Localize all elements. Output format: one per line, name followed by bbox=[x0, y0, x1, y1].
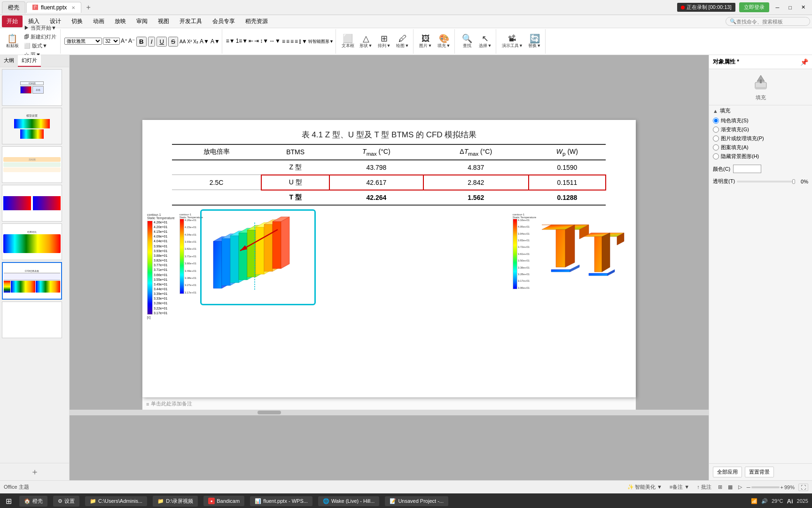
slide-thumb-6[interactable]: CFD结果表格 bbox=[2, 262, 62, 300]
fill-pattern-option[interactable]: 图案填充(A) bbox=[713, 144, 808, 151]
bullets-icon[interactable]: ≡▼ bbox=[226, 38, 235, 44]
indent-less-icon[interactable]: ⇤ bbox=[249, 38, 253, 44]
superscript-icon[interactable]: X² bbox=[187, 39, 192, 44]
outline-tab[interactable]: 大纲 bbox=[0, 55, 18, 67]
taskbar-item-wake[interactable]: 🌐 Wake (Live) - Hill... bbox=[318, 496, 380, 506]
font-grow-icon[interactable]: A⁺ bbox=[121, 38, 127, 44]
layout-button[interactable]: ⬜ 版式▼ bbox=[22, 42, 58, 50]
textbox-button[interactable]: ⬜ 文本框 bbox=[340, 33, 356, 50]
color-picker[interactable] bbox=[733, 165, 761, 173]
comment-button[interactable]: ≡备注 ▼ bbox=[668, 483, 691, 492]
draw-button[interactable]: 🖊 绘图▼ bbox=[394, 33, 411, 50]
fill-gradient-option[interactable]: 渐变填充(G) bbox=[713, 126, 808, 133]
slide-thumb-3[interactable]: 流程图 bbox=[2, 146, 62, 183]
new-slide-button[interactable]: 🗐 新建幻灯片 bbox=[22, 33, 58, 41]
font-name-select[interactable]: 微软雅黑 bbox=[64, 38, 102, 45]
tab-fluent[interactable]: 🅿 fluent.pptx ✕ bbox=[26, 2, 81, 13]
add-slide-button[interactable]: ＋ bbox=[0, 463, 69, 480]
apply-all-button[interactable]: 全部应用 bbox=[713, 467, 742, 477]
notes-bar[interactable]: ≡ 单击此处添加备注 bbox=[142, 397, 636, 410]
zoom-slider[interactable] bbox=[751, 486, 780, 488]
fill-hidden-option[interactable]: 隐藏背景图形(H) bbox=[713, 153, 808, 160]
tab-orangeshell[interactable]: 橙壳 bbox=[2, 1, 25, 14]
fill-image-radio[interactable] bbox=[713, 135, 719, 142]
slide-canvas[interactable]: 表 4.1 Z 型、U 型及 T 型 BTMS 的 CFD 模拟结果 放电倍率 … bbox=[142, 120, 636, 397]
opacity-slider[interactable] bbox=[737, 181, 795, 183]
ribbon-tab-transition[interactable]: 切换 bbox=[67, 16, 87, 27]
taskbar-item-explorer2[interactable]: 📁 D:\录屏视频 bbox=[153, 496, 198, 507]
text-color-icon[interactable]: A▼ bbox=[211, 38, 220, 45]
taskbar-item-explorer1[interactable]: 📁 C:\Users\Adminis... bbox=[85, 496, 147, 506]
smart-shape-icon[interactable]: 转智能图形▼ bbox=[308, 39, 334, 45]
numbering-icon[interactable]: 1≡▼ bbox=[236, 38, 248, 44]
search-input[interactable] bbox=[736, 19, 802, 24]
underline-button[interactable]: U bbox=[156, 37, 167, 47]
zoom-in-button[interactable]: + bbox=[781, 484, 783, 490]
fill-hidden-radio[interactable] bbox=[713, 153, 719, 159]
u-cfd-container[interactable]: contour-1Static Temperature 4.26e+01 4.1… bbox=[180, 213, 312, 302]
ribbon-tab-daoketang[interactable]: 稻壳资源 bbox=[241, 16, 273, 27]
fit-button[interactable]: ⛶ bbox=[798, 484, 808, 491]
view-normal-icon[interactable]: ⊞ bbox=[717, 483, 723, 491]
ribbon-tab-start[interactable]: 开始 bbox=[2, 16, 23, 27]
tab-close-icon[interactable]: ✕ bbox=[71, 5, 75, 10]
subscript-icon[interactable]: X₂ bbox=[193, 39, 198, 44]
view-slideshow-icon[interactable]: ▷ bbox=[737, 483, 743, 491]
window-max-icon[interactable]: □ bbox=[786, 4, 795, 11]
align-left-icon[interactable]: ≡ bbox=[282, 38, 285, 45]
smart-button[interactable]: ✨ 智能美化 ▼ bbox=[625, 483, 664, 492]
scrollbar-thumb[interactable] bbox=[258, 411, 281, 414]
slide-thumb-7[interactable] bbox=[2, 302, 62, 338]
fill-pattern-radio[interactable] bbox=[713, 144, 719, 151]
bold-button[interactable]: B bbox=[136, 37, 147, 47]
slide-thumb-4[interactable] bbox=[2, 185, 62, 222]
paste-button[interactable]: 📋 粘贴板 bbox=[4, 33, 21, 50]
annotation-button[interactable]: ↑ 批注 bbox=[695, 483, 713, 492]
align-right-icon[interactable]: ≡ bbox=[290, 38, 294, 45]
font-size-select[interactable]: 32 bbox=[103, 38, 120, 45]
fill-button[interactable]: 🎨 填充▼ bbox=[436, 33, 453, 50]
text-effect-icon[interactable]: А▼ bbox=[200, 38, 209, 45]
opacity-slider-thumb[interactable] bbox=[792, 179, 795, 184]
strikethrough-button[interactable]: S bbox=[168, 37, 178, 47]
align-center-icon[interactable]: ≡ bbox=[286, 38, 289, 45]
window-close-icon[interactable]: ✕ bbox=[798, 3, 808, 11]
zoom-out-button[interactable]: ─ bbox=[747, 484, 750, 490]
taskbar-item-settings[interactable]: ⚙ 设置 bbox=[53, 496, 79, 507]
slide-play-button[interactable]: ▶ 当页开始▼ bbox=[22, 24, 58, 32]
slide-thumb-5[interactable]: 结果对比 bbox=[2, 223, 62, 260]
slides-tab[interactable]: 幻灯片 bbox=[18, 55, 41, 67]
reset-background-button[interactable]: 置置背景 bbox=[745, 467, 774, 477]
fill-image-option[interactable]: 图片或纹理填充(P) bbox=[713, 135, 808, 142]
replace-button[interactable]: 🔄 替换▼ bbox=[526, 33, 543, 50]
arrange-button[interactable]: ⊞ 排列▼ bbox=[376, 33, 393, 50]
present-tools-button[interactable]: 📽 演示工具▼ bbox=[500, 33, 525, 50]
start-menu-icon[interactable]: ⊞ bbox=[4, 495, 14, 508]
ribbon-tab-review[interactable]: 审阅 bbox=[132, 16, 152, 27]
login-button[interactable]: 立即登录 bbox=[739, 2, 769, 12]
horizontal-scrollbar[interactable] bbox=[70, 410, 709, 415]
slide-thumb-1[interactable]: 结构图 表格 bbox=[2, 69, 62, 106]
fill-section-triangle[interactable]: ▲ bbox=[713, 108, 718, 114]
view-outline-icon[interactable]: ▦ bbox=[727, 483, 734, 491]
ribbon-tab-slideshow[interactable]: 放映 bbox=[110, 16, 131, 27]
fill-gradient-radio[interactable] bbox=[713, 127, 719, 133]
find-button[interactable]: 🔍 查找 bbox=[459, 33, 476, 50]
image-button[interactable]: 🖼 图片▼ bbox=[417, 33, 434, 50]
fill-solid-option[interactable]: 纯色填充(S) bbox=[713, 117, 808, 124]
taskbar-item-bandicam[interactable]: ● Bandicam bbox=[203, 496, 244, 506]
window-min-icon[interactable]: ─ bbox=[773, 4, 782, 11]
select-button[interactable]: ↖ 选择▼ bbox=[477, 33, 494, 50]
taskbar-item-unsaved[interactable]: 📝 Unsaved Project -... bbox=[385, 496, 448, 506]
cols-icon[interactable]: ⫿▼ bbox=[299, 38, 307, 45]
ribbon-tab-view[interactable]: 视图 bbox=[153, 16, 174, 27]
indent-more-icon[interactable]: ⇥ bbox=[254, 38, 259, 44]
right-panel-pin-icon[interactable]: 📌 bbox=[800, 58, 808, 66]
slide-thumb-2[interactable]: 模型设置 bbox=[2, 108, 62, 144]
align-justify-icon[interactable]: ≡ bbox=[295, 38, 298, 45]
font-shrink-icon[interactable]: A⁻ bbox=[128, 38, 135, 44]
shape-button[interactable]: △ 形状▼ bbox=[358, 33, 375, 50]
italic-button[interactable]: I bbox=[148, 37, 156, 47]
ribbon-tab-dev[interactable]: 开发工具 bbox=[175, 16, 207, 27]
ribbon-tab-animation[interactable]: 动画 bbox=[88, 16, 109, 27]
